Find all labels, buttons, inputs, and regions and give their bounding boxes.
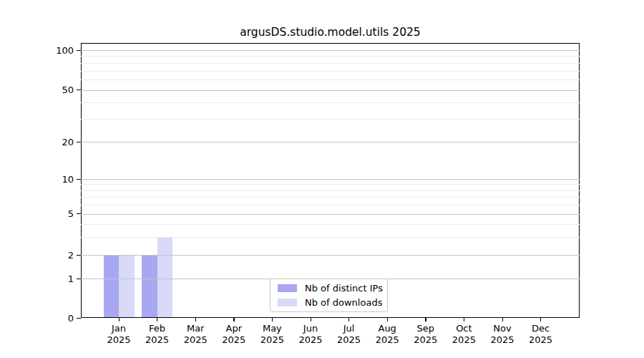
x-tick-mark xyxy=(502,318,503,321)
plot-area xyxy=(81,43,580,318)
x-tick-month: May xyxy=(250,323,293,334)
x-tick-label: Dec2025 xyxy=(519,323,562,346)
y-tick-label: 1 xyxy=(32,273,74,285)
y-tick-label: 20 xyxy=(32,136,74,148)
x-tick-year: 2025 xyxy=(136,334,179,346)
x-tick-year: 2025 xyxy=(213,334,255,346)
x-tick-label: Apr2025 xyxy=(213,323,255,346)
y-tick-label: 10 xyxy=(32,173,74,185)
x-tick-mark xyxy=(387,318,388,321)
legend-swatch-downloads xyxy=(278,299,297,306)
x-tick-year: 2025 xyxy=(442,334,485,346)
legend-label-distinct-ips: Nb of distinct IPs xyxy=(305,283,383,294)
x-tick-label: Jun2025 xyxy=(289,323,332,346)
legend-item-distinct-ips: Nb of distinct IPs xyxy=(278,282,383,295)
x-tick-label: May2025 xyxy=(250,323,293,346)
y-tick-label: 5 xyxy=(32,208,74,220)
x-tick-year: 2025 xyxy=(289,334,332,346)
x-tick-label: Mar2025 xyxy=(174,323,217,346)
x-tick-mark xyxy=(425,318,426,321)
x-tick-label: Aug2025 xyxy=(366,323,409,346)
x-tick-mark xyxy=(233,318,234,321)
x-tick-year: 2025 xyxy=(174,334,217,346)
x-tick-year: 2025 xyxy=(250,334,293,346)
x-tick-month: Sep xyxy=(404,323,447,334)
legend: Nb of distinct IPs Nb of downloads xyxy=(270,279,388,312)
x-tick-label: Sep2025 xyxy=(404,323,447,346)
x-tick-year: 2025 xyxy=(328,334,371,346)
x-tick-month: Jul xyxy=(328,323,371,334)
x-tick-year: 2025 xyxy=(481,334,524,346)
chart-title: argusDS.studio.model.utils 2025 xyxy=(81,26,580,40)
x-tick-month: Mar xyxy=(174,323,217,334)
x-tick-label: Oct2025 xyxy=(442,323,485,346)
download-stats-chart: argusDS.studio.model.utils 2025 01251020… xyxy=(0,0,644,358)
x-tick-month: Jan xyxy=(97,323,140,334)
x-tick-mark xyxy=(119,318,119,321)
x-tick-mark xyxy=(311,318,311,321)
x-tick-year: 2025 xyxy=(404,334,447,346)
y-tick-label: 50 xyxy=(32,84,74,96)
x-tick-year: 2025 xyxy=(366,334,409,346)
y-tick-label: 0 xyxy=(32,312,74,324)
legend-swatch-distinct-ips xyxy=(278,284,297,292)
y-tick-label: 100 xyxy=(32,44,74,57)
x-tick-month: Feb xyxy=(136,323,179,334)
x-tick-month: Dec xyxy=(519,323,562,334)
x-tick-year: 2025 xyxy=(97,334,140,346)
x-tick-label: Nov2025 xyxy=(481,323,524,346)
x-tick-month: Apr xyxy=(213,323,255,334)
x-tick-mark xyxy=(272,318,273,321)
x-tick-month: Oct xyxy=(442,323,485,334)
x-tick-mark xyxy=(157,318,157,321)
x-tick-mark xyxy=(195,318,196,321)
x-tick-month: Nov xyxy=(481,323,524,334)
x-tick-mark xyxy=(348,318,349,321)
x-tick-label: Jan2025 xyxy=(97,323,140,346)
x-tick-mark xyxy=(540,318,541,321)
y-tick-label: 2 xyxy=(32,249,74,261)
x-tick-month: Aug xyxy=(366,323,409,334)
x-tick-label: Jul2025 xyxy=(328,323,371,346)
x-tick-month: Jun xyxy=(289,323,332,334)
x-tick-label: Feb2025 xyxy=(136,323,179,346)
x-tick-year: 2025 xyxy=(519,334,562,346)
legend-item-downloads: Nb of downloads xyxy=(278,296,383,309)
x-tick-mark xyxy=(464,318,464,321)
legend-label-downloads: Nb of downloads xyxy=(305,297,382,308)
